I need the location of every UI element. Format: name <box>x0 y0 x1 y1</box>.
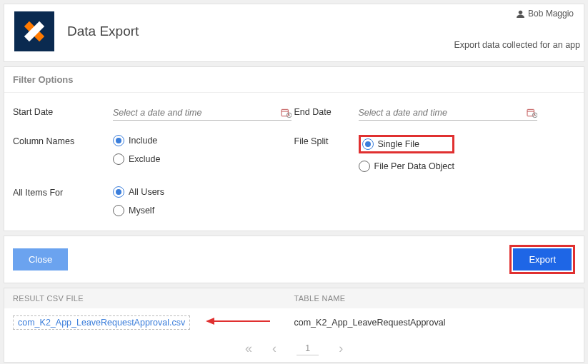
user-icon <box>516 9 525 19</box>
svg-rect-9 <box>527 109 534 116</box>
svg-line-8 <box>289 115 290 116</box>
app-logo <box>14 11 54 51</box>
calendar-icon[interactable] <box>280 107 291 118</box>
results-header: RESULT CSV FILE TABLE NAME <box>4 288 584 308</box>
radio-icon <box>113 135 124 146</box>
start-date-field[interactable] <box>113 106 291 121</box>
end-date-input[interactable] <box>359 108 526 118</box>
user-area[interactable]: Bob Maggio <box>516 9 574 19</box>
start-date-input[interactable] <box>113 108 280 118</box>
end-date-field[interactable] <box>359 106 537 121</box>
all-items-label: All Items For <box>13 186 113 216</box>
start-date-label: Start Date <box>13 106 113 121</box>
pager-prev-icon[interactable]: ‹ <box>272 341 276 356</box>
column-names-group: Include Exclude <box>113 135 160 165</box>
radio-myself[interactable]: Myself <box>113 205 164 216</box>
pager: « ‹ 1 › <box>4 337 584 362</box>
radio-label: Exclude <box>129 154 160 164</box>
radio-label: File Per Data Object <box>374 161 455 171</box>
radio-exclude[interactable]: Exclude <box>113 153 160 165</box>
arrow-annotation-icon <box>206 317 270 325</box>
radio-icon <box>359 161 370 172</box>
svg-marker-15 <box>206 318 214 325</box>
pager-page[interactable]: 1 <box>297 343 319 355</box>
page-subtitle: Export data collected for an app <box>454 40 580 50</box>
svg-rect-4 <box>281 109 288 116</box>
radio-file-per-object[interactable]: File Per Data Object <box>359 161 455 172</box>
col-header-file: RESULT CSV FILE <box>13 294 294 303</box>
export-button[interactable]: Export <box>513 248 572 271</box>
radio-icon <box>113 186 124 198</box>
radio-include[interactable]: Include <box>113 135 160 146</box>
column-names-label: Column Names <box>13 135 113 165</box>
radio-icon <box>362 138 374 150</box>
radio-label: Single File <box>378 139 419 149</box>
all-items-group: All Users Myself <box>113 186 164 216</box>
highlight-single-file: Single File <box>359 135 455 153</box>
radio-icon <box>113 205 124 216</box>
radio-all-users[interactable]: All Users <box>113 186 164 198</box>
radio-icon <box>113 153 124 165</box>
radio-label: All Users <box>129 187 164 197</box>
end-date-label: End Date <box>294 106 359 121</box>
file-split-group: Single File File Per Data Object <box>359 135 455 172</box>
csv-file-link[interactable]: com_K2_App_LeaveRequestApproval.csv <box>13 315 190 330</box>
header-bar: Bob Maggio Data Export Export data colle… <box>4 4 584 62</box>
pager-next-icon[interactable]: › <box>339 341 343 356</box>
table-name-cell: com_K2_App_LeaveRequestApproval <box>294 318 576 328</box>
highlight-export: Export <box>509 245 575 274</box>
svg-point-11 <box>532 113 537 118</box>
file-split-label: File Split <box>294 135 359 172</box>
table-row: com_K2_App_LeaveRequestApproval.csv com_… <box>4 308 584 337</box>
action-bar: Close Export <box>4 236 584 283</box>
radio-label: Myself <box>129 206 154 216</box>
close-button[interactable]: Close <box>13 248 68 271</box>
svg-line-13 <box>534 115 535 116</box>
filter-panel: Filter Options Start Date End Date Colum… <box>4 66 584 231</box>
results-panel: RESULT CSV FILE TABLE NAME com_K2_App_Le… <box>4 288 584 363</box>
col-header-table: TABLE NAME <box>294 294 576 303</box>
radio-label: Include <box>129 136 157 146</box>
page-title: Data Export <box>67 24 139 39</box>
user-name: Bob Maggio <box>528 9 574 19</box>
filter-header: Filter Options <box>4 67 584 93</box>
pager-first-icon[interactable]: « <box>245 341 252 356</box>
svg-point-0 <box>519 10 522 14</box>
radio-single-file[interactable]: Single File <box>362 138 419 150</box>
calendar-icon[interactable] <box>526 107 537 118</box>
